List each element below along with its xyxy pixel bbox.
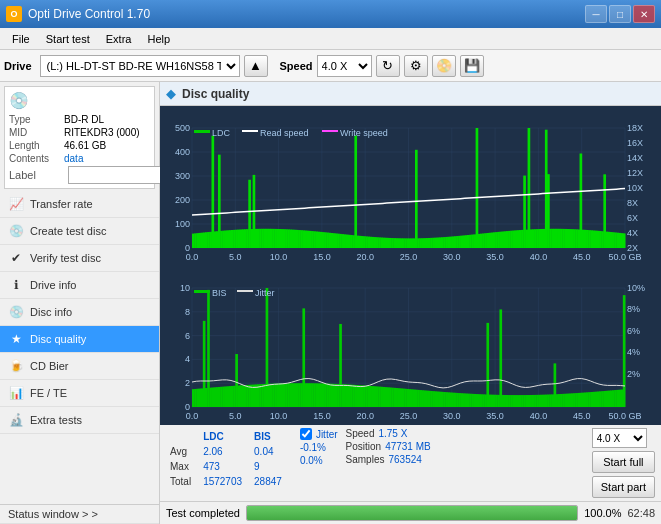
nav-transfer-rate-label: Transfer rate bbox=[30, 198, 93, 210]
menu-start-test[interactable]: Start test bbox=[38, 31, 98, 47]
stats-total-ldc: 1572703 bbox=[201, 475, 250, 488]
jitter-avg: -0.1% bbox=[300, 442, 326, 453]
fe-te-icon: 📊 bbox=[8, 385, 24, 401]
maximize-button[interactable]: □ bbox=[609, 5, 631, 23]
extra-tests-icon: 🔬 bbox=[8, 412, 24, 428]
create-test-disc-icon: 💿 bbox=[8, 223, 24, 239]
speed-info: Speed 1.75 X Position 47731 MB Samples 7… bbox=[346, 428, 431, 465]
start-full-button[interactable]: Start full bbox=[592, 451, 655, 473]
nav-extra-tests-label: Extra tests bbox=[30, 414, 82, 426]
toolbar: Drive (L:) HL-DT-ST BD-RE WH16NS58 TST4 … bbox=[0, 50, 661, 82]
jitter-header-row: Jitter bbox=[300, 428, 338, 440]
window-controls: ─ □ ✕ bbox=[585, 5, 655, 23]
nav-verify-test-disc-label: Verify test disc bbox=[30, 252, 101, 264]
jitter-avg-row: -0.1% bbox=[300, 442, 338, 453]
stats-max-label: Max bbox=[168, 460, 199, 473]
drive-info-icon: ℹ bbox=[8, 277, 24, 293]
stats-bis-header: BIS bbox=[252, 430, 290, 443]
speed-value: 1.75 X bbox=[378, 428, 407, 439]
charts-area bbox=[160, 106, 661, 424]
stats-speed-selector[interactable]: 4.0 X bbox=[592, 428, 647, 448]
drive-selector[interactable]: (L:) HL-DT-ST BD-RE WH16NS58 TST4 bbox=[40, 55, 240, 77]
position-label: Position bbox=[346, 441, 382, 452]
left-panel: 💿 Type BD-R DL MID RITEKDR3 (000) Length… bbox=[0, 82, 160, 524]
jitter-checkbox[interactable] bbox=[300, 428, 312, 440]
nav-create-test-disc[interactable]: 💿 Create test disc bbox=[0, 218, 159, 245]
stats-max-ldc: 473 bbox=[201, 460, 250, 473]
nav-disc-quality-label: Disc quality bbox=[30, 333, 86, 345]
nav-disc-info[interactable]: 💿 Disc info bbox=[0, 299, 159, 326]
nav-transfer-rate[interactable]: 📈 Transfer rate bbox=[0, 191, 159, 218]
chart-bottom bbox=[160, 266, 661, 425]
disc-contents-row: Contents data bbox=[9, 153, 150, 164]
progress-percent: 100.0% bbox=[584, 507, 621, 519]
nav-fe-te-label: FE / TE bbox=[30, 387, 67, 399]
eject-button[interactable]: ▲ bbox=[244, 55, 268, 77]
minimize-button[interactable]: ─ bbox=[585, 5, 607, 23]
jitter-col-header: Jitter bbox=[316, 429, 338, 440]
main-layout: 💿 Type BD-R DL MID RITEKDR3 (000) Length… bbox=[0, 82, 661, 524]
nav-drive-info[interactable]: ℹ Drive info bbox=[0, 272, 159, 299]
disc-info-icon: 💿 bbox=[8, 304, 24, 320]
chart-top bbox=[160, 106, 661, 266]
nav-disc-quality[interactable]: ★ Disc quality bbox=[0, 326, 159, 353]
position-row: Position 47731 MB bbox=[346, 441, 431, 452]
cd-bier-icon: 🍺 bbox=[8, 358, 24, 374]
nav-cd-bier[interactable]: 🍺 CD Bier bbox=[0, 353, 159, 380]
progress-bar-fill bbox=[247, 506, 577, 520]
disc-quality-icon: ★ bbox=[8, 331, 24, 347]
disc-label-key: Label bbox=[9, 169, 64, 181]
disc-info-header: 💿 bbox=[9, 91, 150, 110]
jitter-max: 0.0% bbox=[300, 455, 323, 466]
samples-row: Samples 763524 bbox=[346, 454, 431, 465]
status-window-nav[interactable]: Status window > > bbox=[0, 504, 159, 524]
stats-total-label: Total bbox=[168, 475, 199, 488]
app-title: Opti Drive Control 1.70 bbox=[28, 7, 150, 21]
nav-cd-bier-label: CD Bier bbox=[30, 360, 69, 372]
nav-extra-tests[interactable]: 🔬 Extra tests bbox=[0, 407, 159, 434]
close-button[interactable]: ✕ bbox=[633, 5, 655, 23]
status-window-label: Status window > > bbox=[8, 508, 98, 520]
nav-verify-test-disc[interactable]: ✔ Verify test disc bbox=[0, 245, 159, 272]
mid-value: RITEKDR3 (000) bbox=[64, 127, 150, 138]
nav-fe-te[interactable]: 📊 FE / TE bbox=[0, 380, 159, 407]
media-button[interactable]: 📀 bbox=[432, 55, 456, 77]
title-area: O Opti Drive Control 1.70 bbox=[6, 6, 150, 22]
action-panel: 4.0 X Start full Start part bbox=[592, 428, 655, 498]
menu-file[interactable]: File bbox=[4, 31, 38, 47]
nav-disc-info-label: Disc info bbox=[30, 306, 72, 318]
start-part-button[interactable]: Start part bbox=[592, 476, 655, 498]
bottom-chart-canvas bbox=[160, 266, 661, 425]
type-value: BD-R DL bbox=[64, 114, 150, 125]
elapsed-time: 62:48 bbox=[627, 507, 655, 519]
stats-max-bis: 9 bbox=[252, 460, 290, 473]
mid-label: MID bbox=[9, 127, 64, 138]
disc-mid-row: MID RITEKDR3 (000) bbox=[9, 127, 150, 138]
nav-create-test-disc-label: Create test disc bbox=[30, 225, 106, 237]
disc-label-row: Label ✎ bbox=[9, 166, 150, 184]
menu-extra[interactable]: Extra bbox=[98, 31, 140, 47]
samples-label: Samples bbox=[346, 454, 385, 465]
speed-selector[interactable]: 4.0 X 2.0 X 8.0 X bbox=[317, 55, 372, 77]
stats-avg-bis: 0.04 bbox=[252, 445, 290, 458]
disc-info-box: 💿 Type BD-R DL MID RITEKDR3 (000) Length… bbox=[4, 86, 155, 189]
contents-value: data bbox=[64, 153, 150, 164]
nav-items: 📈 Transfer rate 💿 Create test disc ✔ Ver… bbox=[0, 191, 159, 504]
samples-value: 763524 bbox=[388, 454, 421, 465]
nav-drive-info-label: Drive info bbox=[30, 279, 76, 291]
stats-empty bbox=[168, 430, 199, 443]
verify-test-disc-icon: ✔ bbox=[8, 250, 24, 266]
menu-help[interactable]: Help bbox=[139, 31, 178, 47]
top-chart-canvas bbox=[160, 106, 661, 266]
disc-length-row: Length 46.61 GB bbox=[9, 140, 150, 151]
stats-total-bis: 28847 bbox=[252, 475, 290, 488]
type-label: Type bbox=[9, 114, 64, 125]
speed-label: Speed bbox=[280, 60, 313, 72]
stats-panel: LDC BIS Avg 2.06 0.04 Max 473 9 Total 15… bbox=[160, 424, 661, 501]
settings-button[interactable]: ⚙ bbox=[404, 55, 428, 77]
bottom-status: Test completed 100.0% 62:48 bbox=[160, 501, 661, 524]
refresh-button[interactable]: ↻ bbox=[376, 55, 400, 77]
disc-type-row: Type BD-R DL bbox=[9, 114, 150, 125]
save-button[interactable]: 💾 bbox=[460, 55, 484, 77]
jitter-info: Jitter -0.1% 0.0% bbox=[300, 428, 338, 466]
